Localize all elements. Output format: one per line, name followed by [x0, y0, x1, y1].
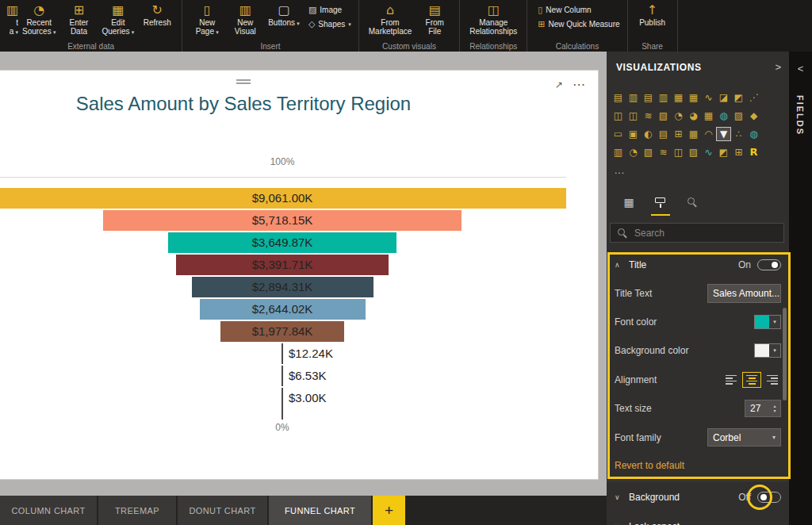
format-search-box[interactable]: [610, 223, 784, 243]
more-options-icon[interactable]: ⋯: [573, 77, 585, 92]
align-left-button[interactable]: [722, 372, 741, 388]
lock-aspect-section-header[interactable]: ∨ Lock aspect: [607, 513, 789, 525]
align-center-button[interactable]: [742, 372, 761, 388]
more-visuals-ellipsis[interactable]: ...: [615, 165, 625, 176]
manage-relationships-button[interactable]: ◫ManageRelationships: [465, 1, 521, 37]
custom-visual-icon[interactable]: ∿: [702, 146, 715, 159]
from-file-button[interactable]: ▤FromFile: [416, 1, 454, 37]
page-tab-funnel-chart[interactable]: FUNNEL CHART: [269, 496, 371, 525]
new-page-tab-button[interactable]: +: [373, 496, 405, 525]
custom-visual-icon[interactable]: ◔: [626, 146, 640, 159]
revert-to-default-link[interactable]: Revert to default: [607, 452, 789, 476]
funnel-chart-icon[interactable]: ▼: [717, 128, 730, 140]
format-pane-tab[interactable]: [645, 191, 676, 213]
page-tab-donut-chart[interactable]: DONUT CHART: [178, 496, 267, 525]
funnel-bar[interactable]: [282, 366, 283, 386]
background-color-picker[interactable]: ▾: [754, 343, 781, 358]
analytics-pane-tab[interactable]: [676, 191, 708, 213]
recent-sources-button[interactable]: ◔RecentSources ▾: [18, 1, 59, 39]
multi-row-card-icon[interactable]: ▣: [626, 128, 640, 140]
hundred-stacked-bar-chart-icon[interactable]: ▦: [672, 91, 685, 104]
image-button[interactable]: ▨Image: [308, 5, 351, 15]
search-input[interactable]: [633, 227, 763, 240]
r-script-visual-icon[interactable]: R: [747, 146, 760, 159]
funnel-bar[interactable]: [282, 343, 283, 364]
page-tab-treemap[interactable]: TREEMAP: [98, 496, 176, 525]
custom-visual-icon[interactable]: ◩: [717, 146, 730, 159]
filled-map-icon[interactable]: ▨: [732, 109, 745, 122]
line-and-stacked-column-chart-icon[interactable]: ◫: [611, 109, 625, 122]
shape-map-icon[interactable]: ◆: [747, 109, 760, 122]
custom-visual-icon[interactable]: ▥: [611, 146, 625, 159]
kpi-icon[interactable]: ◐: [642, 128, 655, 140]
shapes-button[interactable]: ◇Shapes▾: [308, 19, 351, 29]
collapse-pane-icon[interactable]: >: [775, 61, 781, 73]
arcgis-map-icon[interactable]: ◍: [747, 128, 760, 140]
stepper-down-icon[interactable]: ▾: [773, 408, 776, 413]
expand-fields-icon[interactable]: <: [789, 63, 812, 75]
custom-visual-icon[interactable]: ◫: [672, 146, 685, 159]
title-text-input[interactable]: Sales Amount...: [707, 284, 781, 303]
new-visual-button[interactable]: ▥NewVisual: [226, 1, 264, 37]
font-family-dropdown[interactable]: Corbel ▾: [707, 428, 781, 446]
line-and-clustered-column-chart-icon[interactable]: ◫: [626, 109, 640, 122]
stacked-column-chart-icon[interactable]: ▥: [626, 91, 640, 104]
background-toggle[interactable]: [757, 492, 781, 503]
table-icon[interactable]: ⊞: [672, 128, 685, 140]
slicer-icon[interactable]: ▤: [657, 128, 670, 140]
get-data-button[interactable]: ▥ta ▾: [6, 1, 18, 39]
clustered-bar-chart-icon[interactable]: ▤: [642, 91, 655, 104]
funnel-chart-visual[interactable]: ↗ ⋯ Sales Amount by Sales Territory Regi…: [0, 70, 599, 480]
buttons-button[interactable]: ▢Buttons ▾: [264, 1, 304, 30]
stacked-bar-chart-icon[interactable]: ▤: [611, 91, 625, 104]
align-right-button[interactable]: [762, 372, 781, 388]
text-size-stepper[interactable]: 27 ▴▾: [745, 400, 781, 417]
report-canvas[interactable]: ↗ ⋯ Sales Amount by Sales Territory Regi…: [0, 52, 607, 496]
ribbon-chart-icon[interactable]: ≋: [642, 109, 655, 122]
font-color-picker[interactable]: ▾: [754, 315, 781, 329]
fields-pane-tab[interactable]: ▦: [613, 191, 645, 213]
custom-visual-icon[interactable]: ▨: [687, 146, 700, 159]
stepper-arrows[interactable]: ▴▾: [769, 404, 780, 413]
funnel-bar[interactable]: [282, 388, 283, 408]
map-icon[interactable]: ◍: [717, 109, 730, 122]
custom-visual-icon[interactable]: ▧: [642, 146, 655, 159]
chevron-down-icon[interactable]: ▾: [769, 316, 780, 328]
custom-visual-icon[interactable]: ⊞: [732, 146, 745, 159]
new-page-button[interactable]: ▯NewPage ▾: [188, 1, 226, 39]
new-quick-measure-button[interactable]: ⊞New Quick Measure: [538, 19, 619, 29]
drag-handle-icon[interactable]: [236, 79, 251, 81]
hundred-stacked-column-chart-icon[interactable]: ▦: [687, 91, 700, 104]
line-chart-icon[interactable]: ∿: [702, 91, 715, 104]
waterfall-chart-icon[interactable]: ▧: [657, 109, 670, 122]
refresh-button[interactable]: ↻Refresh: [138, 1, 176, 29]
focus-mode-icon[interactable]: ↗: [555, 79, 563, 90]
background-section-header[interactable]: ∨ Background Off: [607, 481, 789, 513]
alignment-label: Alignment: [615, 374, 657, 385]
matrix-icon[interactable]: ▦: [687, 128, 700, 140]
fields-pane-collapsed[interactable]: < FIELDS: [789, 52, 812, 525]
pie-chart-icon[interactable]: ◔: [672, 109, 685, 122]
treemap-icon[interactable]: ▦: [702, 109, 715, 122]
card-icon[interactable]: ▭: [611, 128, 625, 140]
from-marketplace-button[interactable]: ⌂FromMarketplace: [365, 1, 416, 37]
gauge-icon[interactable]: ◠: [702, 128, 715, 140]
search-icon: [617, 228, 628, 239]
publish-button[interactable]: ↑Publish: [634, 1, 672, 29]
donut-chart-icon[interactable]: ◕: [687, 109, 700, 122]
title-section-header[interactable]: ∧ Title On: [607, 251, 789, 278]
clustered-column-chart-icon[interactable]: ▥: [657, 91, 670, 104]
enter-data-button[interactable]: ⊞EnterData: [59, 1, 98, 37]
visual-actions: ↗ ⋯: [555, 77, 585, 92]
edit-queries-button[interactable]: ▦EditQueries ▾: [98, 1, 138, 39]
stacked-area-chart-icon[interactable]: ◩: [732, 91, 745, 104]
scrollbar-thumb[interactable]: [783, 308, 787, 400]
new-column-button[interactable]: ▯New Column: [538, 5, 619, 15]
custom-visual-icon[interactable]: ≋: [657, 146, 670, 159]
title-toggle[interactable]: [757, 259, 781, 270]
area-chart-icon[interactable]: ◪: [717, 91, 730, 104]
scatter-chart-icon[interactable]: ⋰: [747, 91, 760, 104]
chevron-down-icon[interactable]: ▾: [769, 344, 780, 357]
page-tab-column-chart[interactable]: COLUMN CHART: [0, 496, 97, 525]
dot-plot-icon[interactable]: ∴: [732, 128, 745, 140]
